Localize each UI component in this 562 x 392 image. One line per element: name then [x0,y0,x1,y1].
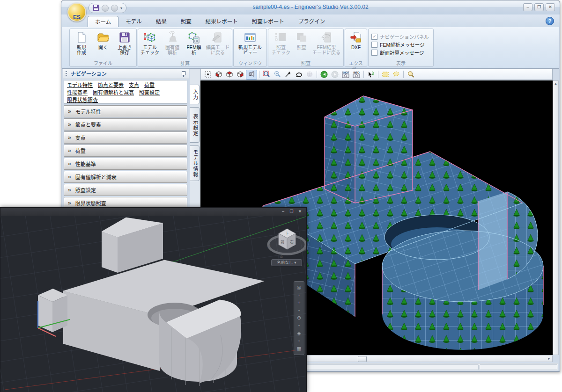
check-button[interactable]: 照査 [292,30,311,60]
pin-icon[interactable] [181,71,185,77]
nav-link-performance[interactable]: 性能基準 [67,90,88,95]
orbit-view-button[interactable] [304,70,315,79]
accordion-nodes[interactable]: »節点と要素 [64,118,187,131]
minimize-button[interactable]: – [280,208,287,215]
app-logo[interactable]: ES [67,3,86,22]
zoom-extents-button[interactable] [283,70,293,79]
nav-link-nodes[interactable]: 節点と要素 [98,82,124,88]
view-right-button[interactable] [235,70,245,79]
navigation-panel-header[interactable]: ナビゲーション [63,69,189,79]
model-view-window[interactable]: – ❐ ✕ [0,207,307,392]
view-back-button[interactable] [319,70,329,79]
zoom-out-button[interactable] [272,70,282,79]
zoom-window-button[interactable] [261,70,272,79]
side-tab-display-settings[interactable]: 表示設定 [190,107,200,143]
chevron-down-icon: ▾ [298,309,300,312]
undo-icon[interactable] [102,5,109,12]
find-zoom-button[interactable] [406,70,416,79]
scrollbar-thumb[interactable] [358,356,367,362]
svg-text:東: 東 [304,247,306,251]
tab-plugins[interactable]: プラグイン [291,16,333,27]
side-tab-input[interactable]: 入力 [190,85,200,104]
tab-model[interactable]: モデル [118,16,149,27]
help-icon[interactable]: ? [546,17,554,25]
pan-icon[interactable]: + [297,300,300,305]
minimize-button[interactable]: – [523,3,532,11]
back-to-fem-result-button[interactable]: FEM結果 モードに戻る [311,30,342,60]
select-rectangle-button[interactable] [380,70,391,79]
perspective-view-button[interactable] [246,70,257,80]
close-button[interactable]: ✕ [296,208,303,215]
tab-check[interactable]: 照査 [174,16,199,27]
model-view-titlebar[interactable]: – ❐ ✕ [0,208,306,216]
tab-results[interactable]: 結果 [149,16,174,27]
chevron-down-icon: ▾ [294,260,296,266]
model-view-canvas[interactable]: 上 前 右 西 南 東 名前なし ▾ ◎ ▾ + ▾ ⊕ ▾ ◈ ▾ ▦ [0,216,306,392]
qat-dropdown-icon[interactable]: ▾ [120,6,122,10]
check-check-button[interactable]: 照査 チェック [270,30,292,60]
nav-link-loads[interactable]: 荷重 [144,82,155,88]
select-cursor-button[interactable] [366,70,376,79]
steering-wheel-icon[interactable]: ◈ [297,331,301,336]
new-model-view-button[interactable]: 新規モデル ビュー [235,30,265,60]
open-button[interactable]: 開く [92,30,114,60]
nav-link-limit-state[interactable]: 限界状態照査 [67,97,98,103]
close-button[interactable]: ✕ [546,3,555,11]
shot-camera-icon: SHOT [341,71,350,78]
dxf-export-button[interactable]: DXF [346,30,366,60]
view-top-button[interactable] [224,70,235,79]
tab-home[interactable]: ホーム [88,16,118,27]
orbit-icon[interactable]: ◎ [297,285,302,290]
new-file-button[interactable]: 新規 作成 [71,30,92,60]
tab-check-report[interactable]: 照査レポート [245,16,291,27]
model-check-icon [143,31,156,44]
chevron-down-icon: ▾ [298,294,300,297]
redo-icon[interactable] [111,5,118,12]
section-calc-message-checkbox[interactable]: 断面計算メッセージ [369,49,433,57]
accordion-supports[interactable]: »支点 [64,131,187,144]
accordion-model-props[interactable]: »モデル特性 [64,105,187,117]
nav-link-supports[interactable]: 支点 [129,82,139,88]
scroll-up-icon[interactable]: ▲ [553,82,558,85]
select-rectangle-icon [382,71,389,78]
navigation-panel-checkbox[interactable]: ✓ ナビゲーションパネル [369,33,433,41]
fit-view-button[interactable] [203,70,213,79]
select-cursor-icon [367,71,375,78]
nav-link-check-settings[interactable]: 照査設定 [139,90,160,95]
view-name-dropdown[interactable]: 名前なし ▾ [271,259,302,266]
cube-left-icon [215,71,222,78]
view-info-button[interactable]: INFO [351,70,362,79]
view-left-button[interactable] [214,70,224,79]
check-check-icon [274,31,288,44]
view-grid-icon[interactable]: ▦ [296,346,301,351]
save-icon [118,31,131,44]
save-button[interactable]: 上書き 保存 [114,30,135,60]
maximize-button[interactable]: ❐ [534,3,544,11]
scroll-right-icon[interactable]: ► [547,357,551,360]
vertical-scrollbar[interactable]: ▲ [553,80,559,355]
tab-results-report[interactable]: 結果レポート [199,16,245,27]
zoom-icon[interactable]: ⊕ [297,315,301,320]
eigen-analysis-button[interactable]: f 固有値 解析 [161,30,184,60]
check-icon [295,31,308,44]
fem-analysis-button[interactable]: FEM解 析 [184,30,204,60]
chevron-icon: » [68,134,71,141]
quick-save-icon[interactable] [93,5,99,11]
fem-message-checkbox[interactable]: FEM解析メッセージ [369,41,433,49]
nav-link-eigen[interactable]: 固有値解析と減衰 [93,90,134,95]
screenshot-button[interactable]: SHOT [340,70,351,79]
accordion-loads[interactable]: »荷重 [64,145,187,157]
view-forward-button[interactable] [330,70,340,79]
accordion-check-settings[interactable]: »照査設定 [64,184,187,196]
titlebar[interactable]: sample00-4.es - Engineer's Studio Ver.3.… [61,0,560,15]
accordion-eigen[interactable]: »固有値解析と減衰 [64,171,187,183]
back-to-edit-mode-button[interactable]: 編集モード に戻る [204,30,231,60]
select-lasso-button[interactable] [391,70,401,79]
restore-button[interactable]: ❐ [288,208,295,215]
rotate-view-button[interactable] [294,70,304,79]
side-tab-model-info[interactable]: モデル情報 [190,145,200,181]
nav-link-model-props[interactable]: モデル特性 [67,82,93,88]
accordion-performance[interactable]: »性能基準 [64,158,187,170]
model-check-button[interactable]: モデル チェック [139,30,161,60]
info-camera-icon: INFO [352,71,361,78]
